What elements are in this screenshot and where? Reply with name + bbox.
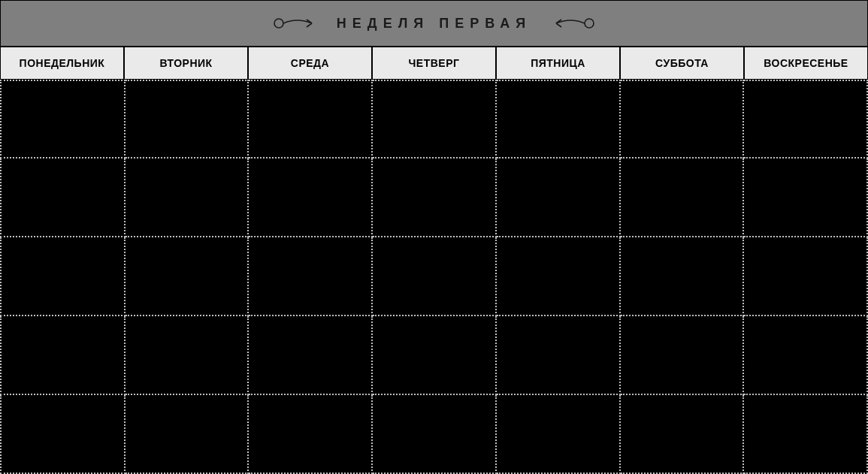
- grid-cell: [0, 237, 126, 316]
- grid-cell: [497, 316, 621, 395]
- grid-cell: [497, 395, 621, 474]
- day-header-sunday: ВОСКРЕСЕНЬЕ: [744, 47, 868, 80]
- day-header-tuesday: ВТОРНИК: [124, 47, 248, 80]
- grid-cell: [373, 395, 497, 474]
- grid-cell: [126, 159, 250, 237]
- grid-cell: [0, 80, 126, 159]
- grid-cell: [373, 316, 497, 395]
- grid-cell: [744, 80, 868, 159]
- grid-cell: [0, 395, 126, 474]
- title-bar: НЕДЕЛЯ ПЕРВАЯ: [0, 0, 868, 47]
- grid-cell: [373, 237, 497, 316]
- grid-cell: [0, 316, 126, 395]
- grid-cell: [249, 316, 373, 395]
- grid-cell: [497, 159, 621, 237]
- grid-cell: [249, 395, 373, 474]
- grid-cell: [249, 80, 373, 159]
- flourish-left-icon: [271, 15, 323, 32]
- grid-row: [0, 316, 868, 395]
- day-header-thursday: ЧЕТВЕРГ: [372, 47, 496, 80]
- grid-cell: [497, 237, 621, 316]
- grid-cell: [0, 159, 126, 237]
- grid-cell: [126, 237, 250, 316]
- planner-grid: [0, 80, 868, 474]
- page-title: НЕДЕЛЯ ПЕРВАЯ: [337, 16, 531, 32]
- grid-cell: [373, 159, 497, 237]
- day-header-row: ПОНЕДЕЛЬНИК ВТОРНИК СРЕДА ЧЕТВЕРГ ПЯТНИЦ…: [0, 47, 868, 80]
- grid-cell: [126, 80, 250, 159]
- svg-point-0: [274, 19, 283, 28]
- grid-row: [0, 237, 868, 316]
- grid-row: [0, 80, 868, 159]
- grid-cell: [621, 316, 745, 395]
- grid-cell: [126, 395, 250, 474]
- grid-cell: [373, 80, 497, 159]
- grid-cell: [744, 159, 868, 237]
- grid-cell: [744, 237, 868, 316]
- grid-cell: [744, 316, 868, 395]
- grid-cell: [249, 159, 373, 237]
- day-header-friday: ПЯТНИЦА: [496, 47, 620, 80]
- grid-row: [0, 395, 868, 474]
- grid-cell: [621, 395, 745, 474]
- svg-point-1: [585, 19, 594, 28]
- day-header-monday: ПОНЕДЕЛЬНИК: [0, 47, 124, 80]
- day-header-saturday: СУББОТА: [620, 47, 744, 80]
- grid-cell: [744, 395, 868, 474]
- grid-cell: [621, 80, 745, 159]
- grid-row: [0, 159, 868, 237]
- weekly-planner: НЕДЕЛЯ ПЕРВАЯ ПОНЕДЕЛЬНИК ВТОРНИК СРЕДА …: [0, 0, 868, 474]
- grid-cell: [249, 237, 373, 316]
- grid-cell: [621, 159, 745, 237]
- grid-cell: [621, 237, 745, 316]
- grid-cell: [126, 316, 250, 395]
- grid-cell: [497, 80, 621, 159]
- flourish-right-icon: [545, 15, 597, 32]
- day-header-wednesday: СРЕДА: [248, 47, 372, 80]
